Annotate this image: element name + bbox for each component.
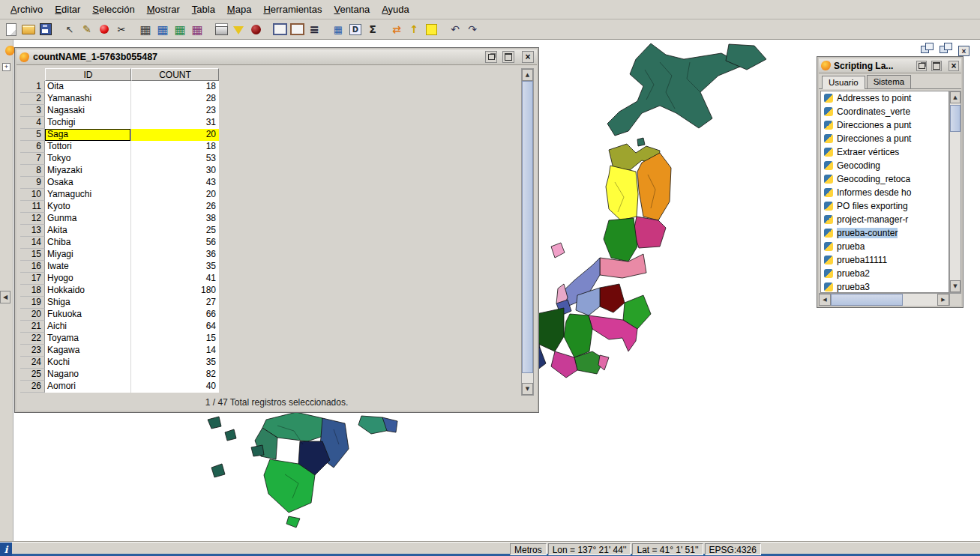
cell-id[interactable]: Nagasaki [45, 105, 131, 117]
script-item[interactable]: Informes desde ho [821, 186, 949, 199]
scrollbar-thumb[interactable] [950, 105, 961, 132]
cell-id[interactable]: Saga [45, 129, 131, 141]
scroll-up-icon[interactable] [950, 91, 961, 103]
menu-ayuda[interactable]: Ayuda [376, 1, 415, 18]
table-grid-icon[interactable] [154, 21, 171, 38]
open-folder-icon[interactable] [20, 21, 37, 38]
cell-id[interactable]: Kagawa [45, 345, 131, 357]
cell-count[interactable]: 53 [131, 153, 219, 165]
cell-id[interactable]: Osaka [45, 177, 131, 189]
table-row[interactable]: 15Miyagi36 [20, 249, 219, 261]
script-item[interactable]: Direcciones a punt [821, 132, 949, 145]
table-row[interactable]: 11Kyoto26 [20, 201, 219, 213]
script-item[interactable]: Direcciones a punt [821, 118, 949, 132]
table-row[interactable]: 16Iwate35 [20, 261, 219, 273]
arrow-up-yellow-icon[interactable] [406, 21, 422, 38]
scrollbar-track[interactable] [903, 294, 937, 306]
cell-count[interactable]: 40 [131, 381, 219, 393]
close-button[interactable] [522, 51, 534, 63]
cell-id[interactable]: Hokkaido [45, 285, 131, 297]
table-row[interactable]: 19Shiga27 [20, 297, 219, 309]
script-item[interactable]: Extraer vértices [821, 145, 949, 159]
scroll-down-icon[interactable] [950, 280, 961, 292]
table-row[interactable]: 9Osaka43 [20, 177, 219, 189]
cell-id[interactable]: Tottori [45, 141, 131, 153]
table-row[interactable]: 24Kochi35 [20, 357, 219, 369]
cell-id[interactable]: Oita [45, 81, 131, 93]
table-add-icon[interactable] [137, 21, 154, 38]
table-row[interactable]: 23Kagawa14 [20, 345, 219, 357]
scrollbar-thumb[interactable] [522, 81, 533, 373]
table-join-icon[interactable] [189, 21, 205, 38]
undo-icon[interactable] [447, 21, 463, 38]
cell-id[interactable]: Aichi [45, 321, 131, 333]
cell-count[interactable]: 15 [131, 333, 219, 345]
scrollbar-track[interactable] [522, 81, 533, 383]
menu-archivo[interactable]: Archivo [4, 1, 49, 18]
menu-mapa[interactable]: Mapa [221, 1, 258, 18]
map-region-yamagata[interactable] [604, 218, 637, 262]
cell-count[interactable]: 18 [131, 81, 219, 93]
expand-plus-icon[interactable] [2, 63, 10, 71]
table-row[interactable]: 20Fukuoka66 [20, 309, 219, 321]
info-icon[interactable]: i [0, 543, 12, 556]
column-header-id[interactable]: ID [45, 68, 131, 81]
map-region-sado[interactable] [551, 243, 565, 258]
cell-id[interactable]: Hyogo [45, 273, 131, 285]
scroll-left-icon[interactable] [819, 294, 831, 306]
map-region-iwate[interactable] [637, 153, 671, 220]
menu-editar[interactable]: Editar [49, 1, 86, 18]
cell-count[interactable]: 26 [131, 201, 219, 213]
script-vertical-scrollbar[interactable] [949, 91, 961, 293]
cell-id[interactable]: Kochi [45, 357, 131, 369]
cell-count[interactable]: 43 [131, 177, 219, 189]
cell-count[interactable]: 28 [131, 93, 219, 105]
map-region-kyushu-island[interactable] [286, 516, 300, 528]
cell-count[interactable]: 30 [131, 165, 219, 177]
cell-id[interactable]: Fukuoka [45, 309, 131, 321]
cell-id[interactable]: Tochigi [45, 117, 131, 129]
script-item[interactable]: prueba-counter [821, 226, 949, 240]
tab-sistema[interactable]: Sistema [867, 75, 912, 88]
cell-count[interactable]: 36 [131, 249, 219, 261]
table-row[interactable]: 4Tochigi31 [20, 117, 219, 129]
script-horizontal-scrollbar[interactable] [819, 293, 961, 306]
cell-id[interactable]: Yamanashi [45, 93, 131, 105]
globe-sphere-icon[interactable] [247, 21, 264, 38]
table-row[interactable]: 5Saga20 [20, 129, 219, 141]
frame-locator-icon[interactable] [289, 21, 305, 38]
close-window-icon[interactable] [958, 46, 970, 56]
cell-count[interactable]: 56 [131, 237, 219, 249]
expression-d-icon[interactable] [347, 21, 364, 38]
script-item[interactable]: Geocoding [821, 159, 949, 172]
script-item[interactable]: Addresses to point [821, 91, 949, 105]
restore-window-icon[interactable] [940, 43, 952, 53]
pointer-tool-icon[interactable] [61, 21, 78, 38]
cell-count[interactable]: 64 [131, 321, 219, 333]
scrollbar-track[interactable] [950, 103, 961, 280]
menu-selección[interactable]: Selección [86, 1, 140, 18]
map-region-akita[interactable] [606, 166, 638, 220]
script-item[interactable]: project-manager-r [821, 213, 949, 226]
script-item[interactable]: prueba11111 [821, 253, 949, 267]
link-orange-icon[interactable] [388, 21, 405, 38]
cell-count[interactable]: 31 [131, 117, 219, 129]
stop-edit-icon[interactable] [96, 21, 112, 38]
print-icon[interactable] [213, 21, 229, 38]
menu-herramientas[interactable]: Herramientas [257, 1, 328, 18]
cell-count[interactable]: 23 [131, 105, 219, 117]
map-region-island-b[interactable] [225, 429, 236, 441]
cell-count[interactable]: 20 [131, 189, 219, 201]
cell-id[interactable]: Miyagi [45, 249, 131, 261]
cell-count[interactable]: 35 [131, 261, 219, 273]
redo-icon[interactable] [464, 21, 481, 38]
menu-tabla[interactable]: Tabla [186, 1, 221, 18]
menu-mostrar[interactable]: Mostrar [141, 1, 186, 18]
yellow-swatch-icon[interactable] [423, 21, 439, 38]
cell-count[interactable]: 18 [131, 141, 219, 153]
cell-id[interactable]: Iwate [45, 261, 131, 273]
table-row[interactable]: 10Yamaguchi20 [20, 189, 219, 201]
script-item[interactable]: PO files exporting [821, 199, 949, 213]
scripting-titlebar[interactable]: Scripting La... [819, 58, 961, 73]
cell-id[interactable]: Tokyo [45, 153, 131, 165]
